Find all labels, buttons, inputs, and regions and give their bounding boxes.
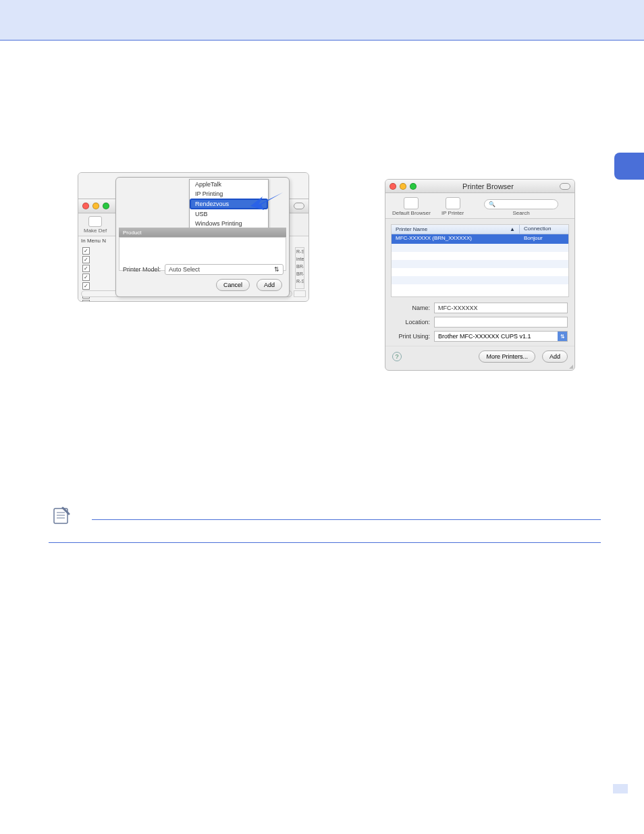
- list-header: Printer Name ▲ Connection: [392, 225, 568, 234]
- cancel-button[interactable]: Cancel: [216, 279, 250, 291]
- name-field[interactable]: MFC-XXXXXX: [434, 303, 568, 313]
- screenshot-rendezvous-printer-list: Make Def In Menu N ✓ ✓ ✓ ✓ ✓ ✓ ✓ R-Scrip…: [78, 172, 309, 302]
- make-default-label: Make Def: [84, 228, 107, 234]
- printer-list[interactable]: Printer Name ▲ Connection MFC-XXXXXX (BR…: [391, 224, 569, 297]
- window-titlebar: Printer Browser: [385, 180, 574, 193]
- checkbox-icon: ✓: [82, 247, 90, 255]
- zoom-icon: [410, 183, 417, 190]
- print-using-select[interactable]: Brother MFC-XXXXXX CUPS v1.1 ⇅: [434, 331, 568, 342]
- search-label: Search: [512, 210, 529, 216]
- pager-icon: [294, 290, 306, 297]
- sort-indicator-icon: ▲: [510, 226, 515, 232]
- printer-details-form: Name: MFC-XXXXXX Location: Print Using: …: [392, 303, 568, 342]
- search-input[interactable]: 🔍: [484, 199, 558, 209]
- note-divider-top: [92, 519, 601, 520]
- checkbox-icon: ✓: [82, 300, 90, 302]
- list-header-product: Product: [119, 228, 286, 237]
- checkbox-icon: ✓: [82, 265, 90, 272]
- default-browser-button[interactable]: Default Browser: [392, 197, 431, 216]
- page-footer-tab: [613, 784, 628, 793]
- ip-printer-button[interactable]: IP Printer: [441, 197, 464, 216]
- page-header-banner: [0, 0, 644, 41]
- name-label: Name:: [392, 305, 430, 311]
- note-divider-bottom: [49, 542, 601, 543]
- minimize-icon: [92, 203, 99, 209]
- note-icon: [52, 506, 71, 525]
- checkbox-icon: ✓: [82, 256, 90, 263]
- ip-printer-icon: [446, 197, 460, 209]
- location-field[interactable]: [434, 317, 568, 328]
- menu-item-windows-printing[interactable]: Windows Printing: [190, 219, 268, 228]
- more-printers-button[interactable]: More Printers...: [479, 350, 535, 363]
- chevron-updown-icon: ⇅: [274, 266, 279, 273]
- list-item[interactable]: MFC-XXXXXX (BRN_XXXXXX) Bonjour: [392, 234, 568, 244]
- menu-item-appletalk[interactable]: AppleTalk: [190, 180, 268, 189]
- help-button[interactable]: ?: [392, 352, 402, 361]
- chevron-updown-icon: ⇅: [558, 332, 567, 341]
- resize-handle-icon: [566, 362, 573, 369]
- search-icon: 🔍: [489, 201, 495, 207]
- toolbar-toggle-icon: [294, 203, 304, 209]
- printer-model-select[interactable]: Auto Select ⇅: [165, 264, 284, 275]
- window-title: Printer Browser: [420, 182, 556, 190]
- truncated-right-column: R-Script inter BR-Scri BR-Scri R-Script: [295, 247, 304, 289]
- default-browser-icon: [404, 197, 419, 209]
- dialog-footer: ? More Printers... Add: [385, 346, 574, 367]
- column-headers: In Menu N: [81, 238, 106, 244]
- minimize-icon: [400, 183, 406, 190]
- close-icon: [390, 183, 396, 190]
- printer-icon: [88, 216, 102, 227]
- printer-browser-toolbar: Default Browser IP Printer 🔍 Search: [385, 193, 574, 219]
- toolbar-toggle-icon: [560, 183, 570, 190]
- location-label: Location:: [392, 319, 430, 325]
- checkbox-icon: ✓: [82, 273, 90, 281]
- screenshot-printer-browser: Printer Browser Default Browser IP Print…: [385, 179, 575, 371]
- print-using-label: Print Using:: [392, 333, 430, 340]
- close-icon: [82, 203, 89, 209]
- add-button[interactable]: Add: [257, 279, 282, 291]
- printer-model-label: Printer Model:: [123, 266, 161, 273]
- checkbox-icon: ✓: [82, 282, 90, 290]
- add-button[interactable]: Add: [542, 350, 568, 363]
- zoom-icon: [103, 203, 109, 209]
- callout-arrow-icon: [249, 190, 284, 214]
- side-tab: [614, 153, 644, 180]
